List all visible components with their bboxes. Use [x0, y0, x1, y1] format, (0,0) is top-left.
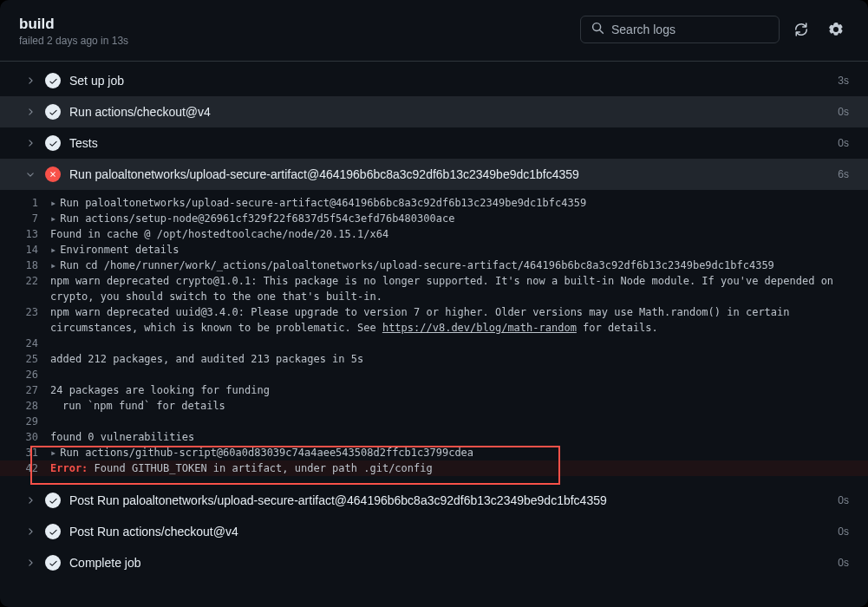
log-line[interactable]: 14▸Environment details — [0, 242, 868, 258]
workflow-log-header: build failed 2 days ago in 13s — [0, 0, 868, 62]
job-steps-list: Set up job3sRun actions/checkout@v40sTes… — [0, 62, 868, 607]
log-line-text — [50, 336, 849, 351]
log-line-number: 7 — [0, 211, 50, 226]
step-name: Post Run paloaltonetworks/upload-secure-… — [69, 493, 829, 507]
x-circle-icon — [45, 166, 61, 182]
caret-right-icon[interactable]: ▸ — [50, 212, 56, 225]
search-logs-box[interactable] — [580, 16, 780, 43]
job-status-line: failed 2 days ago in 13s — [19, 35, 128, 47]
log-line-text — [50, 367, 849, 382]
step-name: Complete job — [69, 556, 829, 570]
log-line-text: npm warn deprecated crypto@1.0.1: This p… — [50, 273, 849, 304]
log-line[interactable]: 24 — [0, 336, 868, 351]
chevron-right-icon[interactable] — [24, 107, 36, 117]
log-line-text: ▸Run actions/setup-node@26961cf329f22f68… — [50, 211, 849, 226]
step-name: Set up job — [69, 74, 829, 88]
log-line-text: Found in cache @ /opt/hostedtoolcache/no… — [50, 226, 849, 242]
log-line-text: ▸Run paloaltonetworks/upload-secure-arti… — [50, 195, 849, 211]
log-line[interactable]: 22npm warn deprecated crypto@1.0.1: This… — [0, 273, 868, 304]
step-row[interactable]: Run actions/checkout@v40s — [0, 96, 868, 127]
check-circle-icon — [45, 493, 61, 508]
step-log-output: 1▸Run paloaltonetworks/upload-secure-art… — [0, 190, 868, 485]
log-line[interactable]: 31▸Run actions/github-script@60a0d83039c… — [0, 445, 868, 460]
step-row[interactable]: Tests0s — [0, 127, 868, 159]
log-line[interactable]: 2724 packages are looking for funding — [0, 382, 868, 398]
caret-right-icon[interactable]: ▸ — [50, 259, 56, 271]
caret-right-icon[interactable]: ▸ — [50, 197, 56, 209]
log-line-number: 26 — [0, 367, 50, 382]
log-line[interactable]: 29 — [0, 414, 868, 429]
log-line[interactable]: 26 — [0, 367, 868, 382]
log-line-text: Error: Found GITHUB_TOKEN in artifact, u… — [50, 460, 849, 476]
log-line-number: 23 — [0, 304, 50, 336]
log-line[interactable]: 1▸Run paloaltonetworks/upload-secure-art… — [0, 195, 868, 211]
log-line-number: 42 — [0, 460, 50, 476]
log-line-text: ▸Run cd /home/runner/work/_actions/paloa… — [50, 258, 849, 273]
refresh-button[interactable] — [788, 16, 814, 42]
log-line[interactable]: 42Error: Found GITHUB_TOKEN in artifact,… — [0, 460, 868, 476]
step-name: Post Run actions/checkout@v4 — [69, 525, 829, 538]
log-line-text: 24 packages are looking for funding — [50, 382, 849, 398]
step-duration: 0s — [838, 137, 849, 149]
step-duration: 0s — [838, 557, 849, 569]
log-line-number: 13 — [0, 226, 50, 242]
log-line-number: 22 — [0, 273, 50, 304]
chevron-right-icon[interactable] — [24, 75, 36, 86]
step-duration: 3s — [838, 75, 849, 87]
step-name: Run actions/checkout@v4 — [69, 105, 829, 119]
step-duration: 0s — [838, 525, 849, 538]
caret-right-icon[interactable]: ▸ — [50, 447, 56, 459]
log-line-text: ▸Run actions/github-script@60a0d83039c74… — [50, 445, 849, 460]
chevron-right-icon[interactable] — [24, 495, 36, 506]
check-circle-icon — [45, 135, 61, 151]
step-duration: 6s — [838, 168, 849, 180]
step-row[interactable]: Post Run actions/checkout@v40s — [0, 516, 868, 547]
log-line-number: 18 — [0, 258, 50, 273]
log-line-text: run `npm fund` for details — [50, 398, 849, 414]
step-name: Run paloaltonetworks/upload-secure-artif… — [69, 167, 829, 181]
log-line[interactable]: 18▸Run cd /home/runner/work/_actions/pal… — [0, 258, 868, 273]
log-line-number: 28 — [0, 398, 50, 414]
log-line-text: npm warn deprecated uuid@3.4.0: Please u… — [50, 304, 849, 336]
step-row[interactable]: Post Run paloaltonetworks/upload-secure-… — [0, 485, 868, 516]
settings-button[interactable] — [823, 16, 849, 42]
step-name: Tests — [69, 136, 829, 150]
search-logs-input[interactable] — [611, 23, 768, 36]
job-title: build — [19, 16, 128, 33]
chevron-down-icon[interactable] — [24, 169, 36, 179]
chevron-right-icon[interactable] — [24, 558, 36, 568]
step-row[interactable]: Set up job3s — [0, 65, 868, 96]
log-link[interactable]: https://v8.dev/blog/math-random — [382, 322, 577, 334]
step-duration: 0s — [838, 106, 849, 118]
log-line[interactable]: 25added 212 packages, and audited 213 pa… — [0, 351, 868, 367]
log-line[interactable]: 30found 0 vulnerabilities — [0, 429, 868, 445]
log-line-number: 24 — [0, 336, 50, 351]
log-line-number: 1 — [0, 195, 50, 211]
log-line-text: ▸Environment details — [50, 242, 849, 258]
log-line-number: 14 — [0, 242, 50, 258]
log-line-number: 27 — [0, 382, 50, 398]
step-duration: 0s — [838, 494, 849, 506]
log-line[interactable]: 23npm warn deprecated uuid@3.4.0: Please… — [0, 304, 868, 336]
log-line-number: 29 — [0, 414, 50, 429]
log-line-text — [50, 414, 849, 429]
log-line[interactable]: 7▸Run actions/setup-node@26961cf329f22f6… — [0, 211, 868, 226]
step-row[interactable]: Run paloaltonetworks/upload-secure-artif… — [0, 159, 868, 190]
log-line-text: added 212 packages, and audited 213 pack… — [50, 351, 849, 367]
log-line-number: 25 — [0, 351, 50, 367]
log-line-number: 30 — [0, 429, 50, 445]
chevron-right-icon[interactable] — [24, 526, 36, 537]
log-line[interactable]: 28run `npm fund` for details — [0, 398, 868, 414]
chevron-right-icon[interactable] — [24, 138, 36, 148]
check-circle-icon — [45, 524, 61, 539]
log-line-text: found 0 vulnerabilities — [50, 429, 849, 445]
check-circle-icon — [45, 73, 61, 88]
log-line[interactable]: 13Found in cache @ /opt/hostedtoolcache/… — [0, 226, 868, 242]
caret-right-icon[interactable]: ▸ — [50, 244, 56, 256]
log-line-number: 31 — [0, 445, 50, 460]
check-circle-icon — [45, 104, 61, 120]
check-circle-icon — [45, 555, 61, 571]
search-icon — [591, 22, 604, 37]
step-row[interactable]: Complete job0s — [0, 547, 868, 578]
